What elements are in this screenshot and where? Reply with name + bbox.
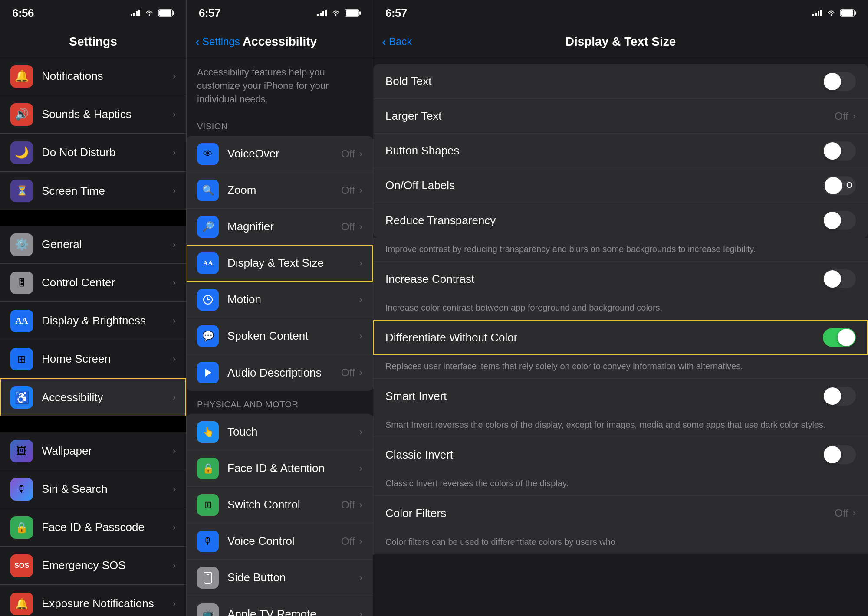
audiodesc-value: Off (341, 367, 355, 379)
sidebar-item-sirisearch[interactable]: 🎙 Siri & Search › (0, 470, 186, 508)
acc-item-switchcontrol[interactable]: ⊞ Switch Control Off › (187, 487, 373, 523)
sidebar-item-general[interactable]: ⚙️ General › (0, 226, 186, 264)
accessibility-panel: 6:57 ‹ Settings Accessibil (187, 0, 373, 616)
signal-icon-3 (812, 10, 822, 16)
accessibility-scroll[interactable]: Accessibility features help you customiz… (187, 57, 373, 616)
acc-item-voicecontrol[interactable]: 🎙 Voice Control Off › (187, 523, 373, 560)
sidebar-item-wallpaper[interactable]: 🖼 Wallpaper › (0, 432, 186, 470)
classicinvert-toggle[interactable] (823, 445, 856, 464)
smartinvert-toggle[interactable] (823, 387, 856, 406)
back-label: Settings (202, 36, 240, 48)
sidebar-item-homescreen[interactable]: ⊞ Home Screen › (0, 340, 186, 378)
boldtext-toggle[interactable] (823, 72, 856, 91)
buttonshapes-toggle[interactable] (823, 141, 856, 161)
audiodesc-icon (197, 362, 219, 383)
dt-item-largertext[interactable]: Larger Text Off › (373, 99, 868, 134)
svg-marker-15 (205, 369, 211, 377)
accessibility-label: Accessibility (42, 391, 173, 404)
acc-item-magnifier[interactable]: 🔎 Magnifier Off › (187, 209, 373, 245)
increasecontrast-label: Increase Contrast (385, 272, 823, 286)
acc-item-sidebutton[interactable]: Side Button › (187, 560, 373, 596)
displaytextsize-scroll[interactable]: Bold Text Larger Text Off › Button Shape… (373, 57, 868, 616)
exposurenotif-chevron: › (173, 598, 176, 609)
zoom-value: Off (341, 184, 355, 197)
svg-rect-2 (136, 11, 138, 16)
acc-item-appletvremote[interactable]: 📺 Apple TV Remote › (187, 596, 373, 616)
acc-item-displaytextsize[interactable]: AA Display & Text Size › (187, 245, 373, 282)
dt-item-differentiatewithoutcolor[interactable]: Differentiate Without Color (373, 320, 868, 355)
dt-item-buttonshapes[interactable]: Button Shapes (373, 134, 868, 168)
sidebar-item-displaybrightness[interactable]: AA Display & Brightness › (0, 302, 186, 340)
svg-rect-13 (346, 10, 358, 16)
general-icon: ⚙️ (10, 233, 33, 256)
dt-item-onofflabels[interactable]: On/Off Labels O (373, 168, 868, 203)
svg-rect-8 (320, 13, 322, 16)
differentiatewithoutcolor-toggle[interactable] (823, 328, 856, 347)
battery-icon-2 (345, 9, 361, 17)
sidebar-item-notifications[interactable]: 🔔 Notifications › (0, 57, 186, 95)
sidebar-item-sounds[interactable]: 🔊 Sounds & Haptics › (0, 95, 186, 134)
switchcontrol-icon: ⊞ (197, 494, 219, 516)
acc-item-voiceover[interactable]: 👁 VoiceOver Off › (187, 136, 373, 172)
motion-icon (197, 289, 219, 311)
sidebar-item-screentime[interactable]: ⏳ Screen Time › (0, 172, 186, 210)
dt-item-colorfilters[interactable]: Color Filters Off › (373, 496, 868, 531)
sidebar-item-dnd[interactable]: 🌙 Do Not Disturb › (0, 134, 186, 172)
back-chevron-icon-3: ‹ (382, 34, 386, 49)
acc-item-audiodesc[interactable]: Audio Descriptions Off › (187, 354, 373, 391)
motion-svg (202, 294, 214, 305)
faceidattn-chevron: › (359, 463, 362, 474)
settings-group-2: ⚙️ General › 🎛 Control Center › AA Displ… (0, 226, 186, 416)
physical-group: 👆 Touch › 🔒 Face ID & Attention › ⊞ Swit… (187, 414, 373, 616)
dt-item-reducetransparency[interactable]: Reduce Transparency (373, 203, 868, 238)
differentiatewithoutcolor-desc: Replaces user interface items that rely … (373, 355, 868, 379)
reducetransparency-label: Reduce Transparency (385, 214, 823, 227)
dt-item-boldtext[interactable]: Bold Text (373, 64, 868, 99)
faceid-icon: 🔒 (10, 516, 33, 539)
classicinvert-label: Classic Invert (385, 448, 823, 462)
battery-icon (158, 9, 174, 17)
back-to-accessibility[interactable]: ‹ Back (382, 34, 412, 49)
controlcenter-icon: 🎛 (10, 272, 33, 294)
signal-icon-2 (317, 10, 327, 16)
reducetransparency-toggle[interactable] (823, 211, 856, 230)
dt-item-smartinvert[interactable]: Smart Invert (373, 379, 868, 413)
sidebar-item-controlcenter[interactable]: 🎛 Control Center › (0, 264, 186, 302)
smartinvert-label: Smart Invert (385, 390, 823, 403)
sidebar-item-faceid[interactable]: 🔒 Face ID & Passcode › (0, 508, 186, 547)
dt-item-increasecontrast[interactable]: Increase Contrast (373, 262, 868, 296)
svg-rect-6 (159, 10, 171, 16)
acc-item-motion[interactable]: Motion › (187, 282, 373, 318)
faceid-label: Face ID & Passcode (42, 521, 173, 534)
sirisearch-icon: 🎙 (10, 478, 33, 501)
dnd-chevron: › (173, 147, 176, 158)
displaytextsize-nav-title: Display & Text Size (566, 35, 676, 49)
sidebar-item-exposurenotif[interactable]: 🔔 Exposure Notifications › (0, 585, 186, 616)
zoom-label: Zoom (227, 183, 341, 197)
svg-rect-18 (812, 14, 814, 16)
acc-item-zoom[interactable]: 🔍 Zoom Off › (187, 172, 373, 209)
screentime-chevron: › (173, 185, 176, 197)
settings-panel: 6:56 Settings (0, 0, 187, 616)
notifications-chevron: › (173, 71, 176, 82)
sidebutton-svg (204, 572, 212, 584)
acc-item-faceidattn[interactable]: 🔒 Face ID & Attention › (187, 450, 373, 487)
accessibility-icon: ♿ (10, 386, 33, 409)
back-to-settings[interactable]: ‹ Settings (195, 34, 240, 49)
acc-item-spokencontent[interactable]: 💬 Spoken Content › (187, 318, 373, 354)
faceid-chevron: › (173, 522, 176, 533)
sounds-icon: 🔊 (10, 103, 33, 126)
settings-scroll[interactable]: 🔔 Notifications › 🔊 Sounds & Haptics › 🌙… (0, 57, 186, 616)
dnd-icon: 🌙 (10, 141, 33, 164)
onofflabels-toggle[interactable]: O (823, 176, 856, 195)
dt-item-classicinvert[interactable]: Classic Invert (373, 437, 868, 472)
sidebar-item-emergencysos[interactable]: SOS Emergency SOS › (0, 547, 186, 585)
increasecontrast-toggle[interactable] (823, 269, 856, 288)
acc-item-touch[interactable]: 👆 Touch › (187, 414, 373, 450)
displaytextsize-panel: 6:57 ‹ Back Display & Text (373, 0, 868, 616)
wallpaper-chevron: › (173, 446, 176, 457)
svg-rect-12 (359, 11, 361, 15)
sidebar-item-accessibility[interactable]: ♿ Accessibility › (0, 378, 186, 416)
controlcenter-label: Control Center (42, 276, 173, 289)
magnifier-value: Off (341, 221, 355, 233)
